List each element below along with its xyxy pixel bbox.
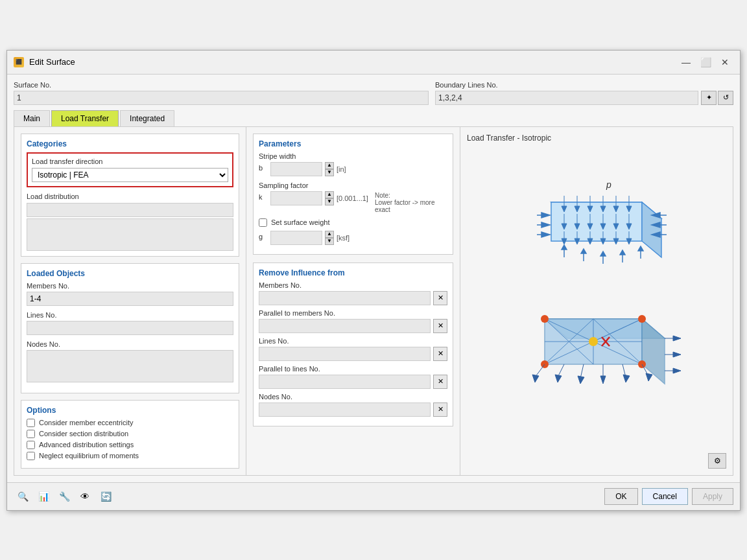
option-advanced-checkbox[interactable] [27, 441, 35, 449]
sampling-range: [0.001...1] [337, 194, 368, 202]
cancel-button[interactable]: Cancel [642, 488, 688, 505]
remove-nodes-input[interactable] [259, 402, 431, 417]
members-no-input[interactable] [27, 292, 233, 306]
svg-marker-93 [673, 336, 681, 341]
load-direction-label: Load transfer direction [32, 158, 228, 165]
svg-marker-43 [541, 222, 550, 228]
stripe-width-input[interactable] [270, 162, 322, 176]
option-eccentricity-row: Consider member eccentricity [27, 419, 233, 427]
boundary-input[interactable] [435, 91, 698, 105]
remove-lines-label: Lines No. [259, 337, 447, 345]
visualization-svg: p [486, 163, 707, 436]
stripe-width-group: Stripe width b ▲ ▼ [in] [259, 152, 447, 176]
surface-no-input[interactable] [14, 91, 429, 105]
stripe-width-sublabel: b [259, 164, 268, 172]
parallel-members-label: Parallel to members No. [259, 309, 447, 317]
load-direction-select[interactable]: Isotropic | FEA In X direction In Y dire… [32, 168, 228, 182]
surface-weight-down[interactable]: ▼ [325, 238, 334, 245]
left-panel: Categories Load transfer direction Isotr… [14, 127, 246, 475]
lines-no-input[interactable] [27, 321, 233, 335]
parallel-members-btn[interactable]: ✕ [433, 319, 447, 333]
svg-marker-64 [642, 319, 665, 384]
members-no-label: Members No. [27, 282, 233, 290]
toolbar-tool-button[interactable]: 🔧 [55, 488, 73, 505]
minimize-button[interactable]: — [678, 56, 694, 69]
sampling-down[interactable]: ▼ [325, 198, 334, 205]
toolbar-eye-button[interactable]: 👁 [76, 488, 94, 505]
load-distribution-section: Load distribution [27, 192, 233, 251]
parallel-members-input[interactable] [259, 319, 431, 333]
svg-marker-3 [642, 202, 661, 257]
boundary-select-button[interactable]: ✦ [701, 91, 717, 105]
close-button[interactable]: ✕ [717, 56, 733, 69]
svg-marker-59 [620, 250, 625, 255]
remove-members-btn[interactable]: ✕ [433, 291, 447, 305]
option-equilibrium-row: Neglect equilibrium of moments [27, 452, 233, 460]
ok-button[interactable]: OK [604, 488, 637, 505]
window-icon: ⬛ [14, 57, 24, 67]
visualization-area: p [467, 149, 726, 450]
parallel-lines-btn[interactable]: ✕ [433, 375, 447, 389]
boundary-label: Boundary Lines No. [435, 81, 733, 89]
svg-marker-81 [532, 375, 539, 382]
parallel-members-row: ✕ [259, 319, 447, 333]
svg-marker-91 [646, 373, 652, 381]
option-advanced-row: Advanced distribution settings [27, 441, 233, 449]
viz-settings-button[interactable]: ⚙ [708, 453, 726, 469]
toolbar-search-button[interactable]: 🔍 [14, 488, 32, 505]
toolbar-chart-button[interactable]: 📊 [34, 488, 53, 505]
parallel-lines-input[interactable] [259, 375, 431, 389]
title-bar: ⬛ Edit Surface — ⬜ ✕ [7, 51, 740, 75]
toolbar-refresh-button[interactable]: 🔄 [97, 488, 115, 505]
apply-button[interactable]: Apply [692, 488, 733, 505]
maximize-button[interactable]: ⬜ [697, 56, 714, 69]
svg-marker-45 [541, 232, 550, 237]
svg-marker-85 [578, 376, 584, 384]
load-direction-dropdown-row: Isotropic | FEA In X direction In Y dire… [32, 168, 228, 182]
svg-marker-61 [638, 246, 643, 251]
options-title: Options [27, 406, 233, 415]
sampling-up[interactable]: ▲ [325, 191, 334, 198]
tabs: Main Load Transfer Integrated [14, 110, 733, 127]
remove-members-row: ✕ [259, 291, 447, 305]
surface-weight-input[interactable] [270, 231, 322, 245]
surface-weight-spinners: ▲ ▼ [325, 231, 334, 245]
params-title: Parameters [259, 139, 447, 148]
remove-lines-input[interactable] [259, 347, 431, 361]
tab-integrated[interactable]: Integrated [120, 110, 174, 126]
svg-marker-41 [541, 213, 550, 218]
sampling-spinners: ▲ ▼ [325, 191, 334, 205]
tab-main[interactable]: Main [14, 110, 50, 126]
surface-weight-group: Set surface weight g ▲ ▼ [ksf] [259, 218, 447, 245]
surface-weight-checkbox[interactable] [259, 218, 267, 227]
option-section-checkbox[interactable] [27, 430, 35, 438]
middle-spacer [253, 432, 453, 469]
sampling-input[interactable] [270, 191, 322, 205]
remove-nodes-btn[interactable]: ✕ [433, 402, 447, 417]
option-section-row: Consider section distribution [27, 430, 233, 438]
remove-members-input[interactable] [259, 291, 431, 305]
surface-weight-up[interactable]: ▲ [325, 231, 334, 238]
remove-section: Remove Influence from Members No. ✕ Para… [253, 262, 453, 426]
boundary-group: Boundary Lines No. ✦ ↺ [435, 81, 733, 105]
remove-lines-row: ✕ [259, 347, 447, 361]
option-eccentricity-label: Consider member eccentricity [39, 419, 134, 426]
nodes-no-input[interactable] [27, 350, 233, 382]
boundary-refresh-button[interactable]: ↺ [718, 91, 733, 105]
remove-nodes-label: Nodes No. [259, 393, 447, 401]
svg-marker-89 [623, 375, 630, 382]
right-panel-title: Load Transfer - Isotropic [467, 134, 726, 143]
remove-title: Remove Influence from [259, 268, 447, 277]
svg-marker-53 [562, 245, 567, 250]
option-eccentricity-checkbox[interactable] [27, 419, 35, 427]
stripe-width-spinners: ▲ ▼ [325, 162, 334, 176]
stripe-width-up[interactable]: ▲ [325, 162, 334, 169]
remove-lines-btn[interactable]: ✕ [433, 347, 447, 361]
stripe-width-down[interactable]: ▼ [325, 169, 334, 176]
remove-nodes-row: ✕ [259, 402, 447, 417]
option-equilibrium-checkbox[interactable] [27, 452, 35, 460]
svg-marker-57 [600, 251, 606, 256]
tab-load-transfer[interactable]: Load Transfer [51, 110, 119, 126]
surface-weight-label: Set surface weight [271, 218, 330, 226]
surface-header: Surface No. Boundary Lines No. ✦ ↺ [14, 81, 733, 105]
